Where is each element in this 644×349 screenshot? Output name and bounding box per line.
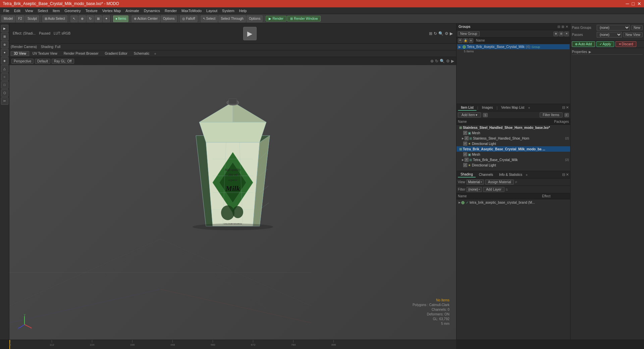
left-tool-1[interactable]: ▶ <box>1 25 8 32</box>
groups-render-icon[interactable]: ◈ <box>469 38 473 43</box>
auto-add-btn[interactable]: ⊕ Auto Add <box>572 41 595 47</box>
il-item-light2[interactable]: ✓ ☀ Directional Light <box>457 162 570 168</box>
menu-item[interactable]: Item <box>51 8 62 13</box>
preview-play-btn[interactable]: ▶ <box>243 27 257 40</box>
anim-icon-4[interactable]: ⚙ <box>445 31 448 36</box>
group1-vis[interactable]: ✓ <box>465 136 469 140</box>
group2-arrow[interactable]: ▶ <box>462 158 464 161</box>
menu-system[interactable]: System <box>220 8 236 13</box>
il-item-scene2[interactable]: ⊞ Tetra_Brik_Aseptic_Base_Crystal_Milk_m… <box>457 146 570 152</box>
left-tool-10[interactable]: ✂ <box>1 97 8 105</box>
left-tool-9[interactable]: ⬡ <box>1 89 8 97</box>
render-window-btn[interactable]: ⊞ Render Window <box>287 16 321 21</box>
select-through-btn[interactable]: Select Through <box>218 15 246 22</box>
perspective-btn[interactable]: Perspective <box>11 59 34 64</box>
groups-icon-3[interactable]: ✕ <box>564 32 569 36</box>
tab-vertex-map[interactable]: Vertex Map List <box>498 105 527 110</box>
anim-icon-3[interactable]: 🔍 <box>438 31 443 36</box>
anim-icon-1[interactable]: ⊞ <box>429 31 432 36</box>
shading-item-1[interactable]: ▶ ✓ tetra_brik_aseptic_base_crystal_bran… <box>457 200 570 205</box>
il-item-mesh2[interactable]: ✓ ▣ Mesh <box>457 152 570 157</box>
menu-vertexmap[interactable]: Vertex Map <box>100 8 123 13</box>
tab-render-preset[interactable]: Render Preset Browser <box>61 51 102 56</box>
pass-groups-new-btn[interactable]: New <box>631 25 643 30</box>
il-item-light1[interactable]: ✓ ☀ Directional Light <box>457 141 570 146</box>
tab-add-btn[interactable]: + <box>153 51 158 56</box>
group2-vis[interactable]: ✓ <box>465 158 469 162</box>
vp-icon-settings[interactable]: ⚙ <box>446 59 450 63</box>
groups-lock-icon[interactable]: 🔒 <box>463 38 468 43</box>
tool4-btn[interactable]: ⊠ <box>95 15 102 22</box>
add-item-btn[interactable]: Add Item ▾ <box>458 112 481 117</box>
view-dropdown[interactable]: Material ▾ <box>467 180 484 185</box>
filter-dropdown[interactable]: (none) ▾ <box>467 187 482 192</box>
groups-popout-icon[interactable]: ⊞ <box>561 25 564 29</box>
anim-icon-2[interactable]: ↻ <box>434 31 437 36</box>
tab-shading[interactable]: Shading <box>458 172 476 178</box>
mesh2-vis[interactable]: ✓ <box>463 152 467 156</box>
passes-new-view-btn[interactable]: New View <box>623 32 643 37</box>
light2-vis[interactable]: ✓ <box>463 163 467 167</box>
group-expand-icon[interactable]: ▶ <box>459 45 461 49</box>
il-item-group2[interactable]: ▶ ✓ ⊞ Tetra_Brik_Base_Crystal_Milk (2) <box>457 157 570 162</box>
add-layer-btn[interactable]: Add Layer <box>483 187 504 192</box>
new-group-btn[interactable]: New Group <box>458 31 480 36</box>
menu-layout[interactable]: Layout <box>204 8 219 13</box>
tool5-btn[interactable]: ✦ <box>103 15 110 22</box>
left-tool-3[interactable]: ⊕ <box>1 41 8 48</box>
tab-schematic[interactable]: Schematic <box>131 51 153 56</box>
3d-viewport[interactable]: Perspective Default Ray GL: Off ⊕ ↻ 🔍 ⚙ … <box>9 57 456 340</box>
discard-btn[interactable]: ✕ Discard <box>615 41 636 47</box>
light1-vis[interactable]: ✓ <box>463 142 467 146</box>
groups-expand-icon[interactable]: ⊟ <box>557 25 560 29</box>
passes-dropdown[interactable]: (none) <box>597 32 622 38</box>
left-tool-7[interactable]: ○ <box>1 73 8 81</box>
tab-images[interactable]: Images <box>479 105 496 110</box>
menu-help[interactable]: Help <box>237 8 249 13</box>
maximize-btn[interactable]: □ <box>632 1 635 6</box>
il-close-icon[interactable]: ✕ <box>566 105 569 110</box>
items-btn[interactable]: ● Items <box>113 15 129 22</box>
select-options-btn[interactable]: Options <box>247 15 263 22</box>
menu-texture[interactable]: Texture <box>84 8 100 13</box>
anim-icon-5[interactable]: ▶ <box>450 31 453 36</box>
close-btn[interactable]: ✕ <box>637 1 641 6</box>
action-center-btn[interactable]: ⊕ Action Center <box>131 15 160 22</box>
menu-select[interactable]: Select <box>36 8 50 13</box>
il-expand-icon[interactable]: ⊟ <box>562 105 565 110</box>
mesh1-vis[interactable]: ✓ <box>463 131 467 135</box>
falloff-btn[interactable]: ◎ Falloff <box>180 15 197 22</box>
tab-gradient-editor[interactable]: Gradient Editor <box>102 51 130 56</box>
vp-icon-expand[interactable]: ▶ <box>451 59 454 63</box>
tab-item-list[interactable]: Item List <box>458 105 477 111</box>
left-tool-2[interactable]: ⊞ <box>1 33 8 40</box>
menu-dynamics[interactable]: Dynamics <box>142 8 162 13</box>
arrow-tool-btn[interactable]: ↖ <box>70 15 78 22</box>
default-btn[interactable]: Default <box>35 59 50 64</box>
il-item-scene1[interactable]: ⊞ Stainless_Steel_Handled_Shoe_Horn_modo… <box>457 125 570 130</box>
groups-eye-icon[interactable]: 👁 <box>458 38 463 43</box>
sh-item-check[interactable]: ✓ <box>466 201 469 204</box>
il-tab-add[interactable]: + <box>528 106 530 110</box>
vp-icon-axes[interactable]: ⊕ <box>430 59 434 63</box>
groups-icon-2[interactable]: ⊟ <box>559 32 564 36</box>
sh-item-arrow[interactable]: ▶ <box>459 201 461 204</box>
apply-btn[interactable]: ✓ Apply <box>596 41 614 47</box>
shading-close-icon[interactable]: ✕ <box>566 172 569 177</box>
filter-items-btn[interactable]: Filter Items <box>540 112 562 117</box>
left-tool-6[interactable]: △ <box>1 65 8 72</box>
auto-select-btn[interactable]: ⊞ Auto Select <box>42 15 67 22</box>
tab-info-stats[interactable]: Info & Statistics <box>496 172 525 177</box>
tab-uv-texture[interactable]: UV Texture View <box>30 51 60 56</box>
tab-3d-view[interactable]: 3D View <box>11 51 29 56</box>
ray-gl-btn[interactable]: Ray GL: Off <box>52 59 74 64</box>
left-tool-4[interactable]: ✦ <box>1 49 8 56</box>
menu-geometry[interactable]: Geometry <box>62 8 83 13</box>
vp-icon-search[interactable]: 🔍 <box>440 59 445 63</box>
menu-edit[interactable]: Edit <box>12 8 22 13</box>
group1-arrow[interactable]: ▶ <box>462 137 464 140</box>
il-item-mesh1[interactable]: ✓ ▣ Mesh <box>457 130 570 136</box>
sculpt-btn[interactable]: Sculpt <box>25 15 39 22</box>
left-tool-5[interactable]: ◈ <box>1 57 8 64</box>
sh-item-vis[interactable] <box>461 201 465 204</box>
